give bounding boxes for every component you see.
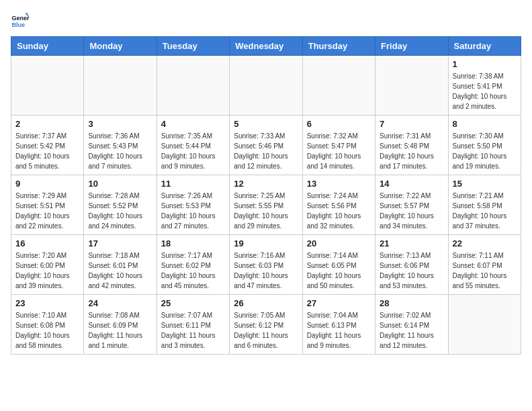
day-info: Sunrise: 7:25 AM Sunset: 5:55 PM Dayligh… xyxy=(234,191,298,231)
day-info: Sunrise: 7:11 AM Sunset: 6:07 PM Dayligh… xyxy=(453,250,517,291)
day-info: Sunrise: 7:22 AM Sunset: 5:57 PM Dayligh… xyxy=(380,191,443,231)
day-info: Sunrise: 7:17 AM Sunset: 6:02 PM Dayligh… xyxy=(161,250,225,291)
header-saturday: Saturday xyxy=(448,37,521,56)
day-number: 5 xyxy=(234,119,298,129)
day-cell xyxy=(157,56,229,116)
day-info: Sunrise: 7:16 AM Sunset: 6:03 PM Dayligh… xyxy=(234,250,298,291)
day-cell: 21Sunrise: 7:13 AM Sunset: 6:06 PM Dayli… xyxy=(375,235,448,295)
day-cell: 9Sunrise: 7:29 AM Sunset: 5:51 PM Daylig… xyxy=(11,175,84,235)
day-info: Sunrise: 7:13 AM Sunset: 6:06 PM Dayligh… xyxy=(380,250,443,291)
day-number: 7 xyxy=(380,119,443,129)
day-number: 10 xyxy=(88,179,152,189)
day-info: Sunrise: 7:10 AM Sunset: 6:08 PM Dayligh… xyxy=(15,310,79,351)
day-cell: 25Sunrise: 7:07 AM Sunset: 6:11 PM Dayli… xyxy=(157,295,229,355)
week-row-4: 16Sunrise: 7:20 AM Sunset: 6:00 PM Dayli… xyxy=(11,235,521,295)
day-cell: 3Sunrise: 7:36 AM Sunset: 5:43 PM Daylig… xyxy=(84,116,157,175)
day-number: 3 xyxy=(88,119,152,129)
header-friday: Friday xyxy=(375,37,448,56)
day-info: Sunrise: 7:04 AM Sunset: 6:13 PM Dayligh… xyxy=(307,310,371,351)
day-cell: 6Sunrise: 7:32 AM Sunset: 5:47 PM Daylig… xyxy=(302,116,375,175)
day-number: 18 xyxy=(161,238,225,248)
day-number: 14 xyxy=(380,179,443,189)
day-cell: 16Sunrise: 7:20 AM Sunset: 6:00 PM Dayli… xyxy=(11,235,84,295)
day-info: Sunrise: 7:24 AM Sunset: 5:56 PM Dayligh… xyxy=(307,191,371,231)
day-cell xyxy=(84,56,157,116)
day-cell: 12Sunrise: 7:25 AM Sunset: 5:55 PM Dayli… xyxy=(230,175,302,235)
day-cell: 7Sunrise: 7:31 AM Sunset: 5:48 PM Daylig… xyxy=(375,116,448,175)
day-cell xyxy=(230,56,302,116)
day-cell: 17Sunrise: 7:18 AM Sunset: 6:01 PM Dayli… xyxy=(84,235,157,295)
day-cell: 1Sunrise: 7:38 AM Sunset: 5:41 PM Daylig… xyxy=(448,56,521,116)
day-info: Sunrise: 7:30 AM Sunset: 5:50 PM Dayligh… xyxy=(453,131,517,171)
day-cell: 5Sunrise: 7:33 AM Sunset: 5:46 PM Daylig… xyxy=(230,116,302,175)
day-number: 11 xyxy=(161,179,225,189)
day-number: 17 xyxy=(88,238,152,248)
day-info: Sunrise: 7:18 AM Sunset: 6:01 PM Dayligh… xyxy=(88,250,152,291)
day-info: Sunrise: 7:26 AM Sunset: 5:53 PM Dayligh… xyxy=(161,191,225,231)
day-cell xyxy=(302,56,375,116)
week-row-3: 9Sunrise: 7:29 AM Sunset: 5:51 PM Daylig… xyxy=(11,175,521,235)
week-row-5: 23Sunrise: 7:10 AM Sunset: 6:08 PM Dayli… xyxy=(11,295,521,355)
week-row-2: 2Sunrise: 7:37 AM Sunset: 5:42 PM Daylig… xyxy=(11,116,521,175)
day-cell: 23Sunrise: 7:10 AM Sunset: 6:08 PM Dayli… xyxy=(11,295,84,355)
calendar-table: SundayMondayTuesdayWednesdayThursdayFrid… xyxy=(11,36,521,355)
day-number: 8 xyxy=(453,119,517,129)
day-number: 23 xyxy=(15,298,79,308)
day-info: Sunrise: 7:38 AM Sunset: 5:41 PM Dayligh… xyxy=(453,71,517,111)
day-number: 28 xyxy=(380,298,443,308)
day-info: Sunrise: 7:29 AM Sunset: 5:51 PM Dayligh… xyxy=(15,191,79,231)
day-cell: 26Sunrise: 7:05 AM Sunset: 6:12 PM Dayli… xyxy=(230,295,302,355)
day-info: Sunrise: 7:08 AM Sunset: 6:09 PM Dayligh… xyxy=(88,310,152,351)
day-info: Sunrise: 7:21 AM Sunset: 5:58 PM Dayligh… xyxy=(453,191,517,231)
day-cell: 22Sunrise: 7:11 AM Sunset: 6:07 PM Dayli… xyxy=(448,235,521,295)
day-cell xyxy=(448,295,521,355)
day-number: 27 xyxy=(307,298,371,308)
day-cell: 2Sunrise: 7:37 AM Sunset: 5:42 PM Daylig… xyxy=(11,116,84,175)
day-number: 25 xyxy=(161,298,225,308)
day-info: Sunrise: 7:02 AM Sunset: 6:14 PM Dayligh… xyxy=(380,310,443,351)
day-cell: 18Sunrise: 7:17 AM Sunset: 6:02 PM Dayli… xyxy=(157,235,229,295)
header-thursday: Thursday xyxy=(302,37,375,56)
day-cell: 27Sunrise: 7:04 AM Sunset: 6:13 PM Dayli… xyxy=(302,295,375,355)
day-cell: 11Sunrise: 7:26 AM Sunset: 5:53 PM Dayli… xyxy=(157,175,229,235)
day-cell: 14Sunrise: 7:22 AM Sunset: 5:57 PM Dayli… xyxy=(375,175,448,235)
header-monday: Monday xyxy=(84,37,157,56)
day-info: Sunrise: 7:35 AM Sunset: 5:44 PM Dayligh… xyxy=(161,131,225,171)
day-info: Sunrise: 7:14 AM Sunset: 6:05 PM Dayligh… xyxy=(307,250,371,291)
day-cell: 4Sunrise: 7:35 AM Sunset: 5:44 PM Daylig… xyxy=(157,116,229,175)
svg-text:General: General xyxy=(11,15,30,21)
days-header-row: SundayMondayTuesdayWednesdayThursdayFrid… xyxy=(11,37,521,56)
day-number: 22 xyxy=(453,238,517,248)
day-info: Sunrise: 7:20 AM Sunset: 6:00 PM Dayligh… xyxy=(15,250,79,291)
day-cell xyxy=(11,56,84,116)
day-cell: 19Sunrise: 7:16 AM Sunset: 6:03 PM Dayli… xyxy=(230,235,302,295)
day-number: 4 xyxy=(161,119,225,129)
day-number: 9 xyxy=(15,179,79,189)
day-number: 6 xyxy=(307,119,371,129)
day-info: Sunrise: 7:07 AM Sunset: 6:11 PM Dayligh… xyxy=(161,310,225,351)
day-info: Sunrise: 7:28 AM Sunset: 5:52 PM Dayligh… xyxy=(88,191,152,231)
day-cell: 10Sunrise: 7:28 AM Sunset: 5:52 PM Dayli… xyxy=(84,175,157,235)
day-info: Sunrise: 7:32 AM Sunset: 5:47 PM Dayligh… xyxy=(307,131,371,171)
day-cell xyxy=(375,56,448,116)
day-number: 1 xyxy=(453,59,517,69)
day-cell: 8Sunrise: 7:30 AM Sunset: 5:50 PM Daylig… xyxy=(448,116,521,175)
day-info: Sunrise: 7:31 AM Sunset: 5:48 PM Dayligh… xyxy=(380,131,443,171)
day-number: 20 xyxy=(307,238,371,248)
page-header: General Blue xyxy=(11,11,521,30)
day-cell: 20Sunrise: 7:14 AM Sunset: 6:05 PM Dayli… xyxy=(302,235,375,295)
day-info: Sunrise: 7:37 AM Sunset: 5:42 PM Dayligh… xyxy=(15,131,79,171)
day-info: Sunrise: 7:05 AM Sunset: 6:12 PM Dayligh… xyxy=(234,310,298,351)
day-cell: 28Sunrise: 7:02 AM Sunset: 6:14 PM Dayli… xyxy=(375,295,448,355)
day-number: 24 xyxy=(88,298,152,308)
day-info: Sunrise: 7:36 AM Sunset: 5:43 PM Dayligh… xyxy=(88,131,152,171)
day-number: 26 xyxy=(234,298,298,308)
day-number: 13 xyxy=(307,179,371,189)
header-tuesday: Tuesday xyxy=(157,37,229,56)
day-number: 15 xyxy=(453,179,517,189)
logo: General Blue xyxy=(11,11,32,30)
day-info: Sunrise: 7:33 AM Sunset: 5:46 PM Dayligh… xyxy=(234,131,298,171)
day-cell: 24Sunrise: 7:08 AM Sunset: 6:09 PM Dayli… xyxy=(84,295,157,355)
day-number: 12 xyxy=(234,179,298,189)
logo-icon: General Blue xyxy=(11,11,30,30)
